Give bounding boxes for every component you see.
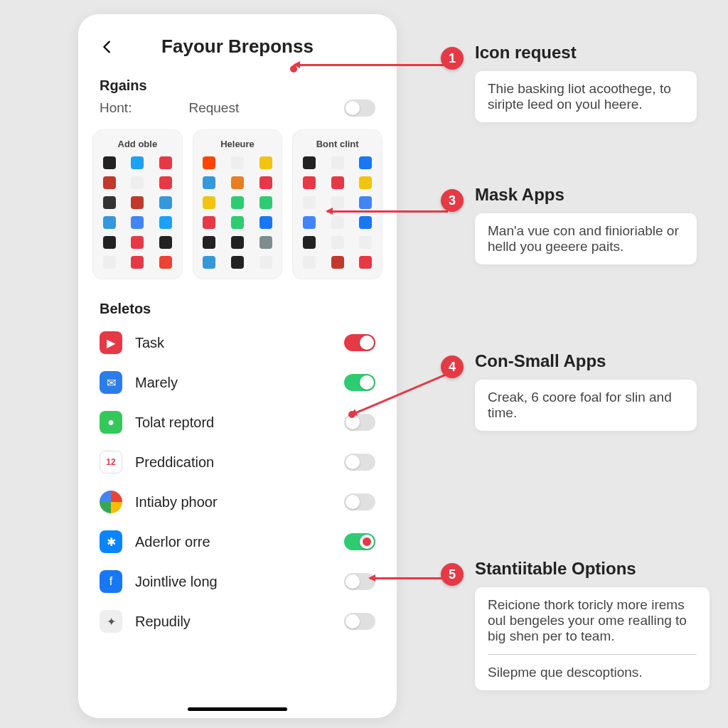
app-mini-icon bbox=[159, 176, 172, 189]
app-mini-icon bbox=[159, 156, 172, 169]
app-mini-icon bbox=[259, 236, 272, 249]
app-mini-icon bbox=[359, 196, 372, 209]
app-mini-icon bbox=[131, 216, 144, 229]
app-mini-icon bbox=[203, 156, 215, 169]
app-mini-icon bbox=[131, 256, 144, 269]
app-label: Preddication bbox=[135, 454, 331, 471]
app-mini-icon bbox=[231, 236, 244, 249]
app-label: Marely bbox=[135, 375, 331, 391]
app-mini-icon bbox=[303, 256, 316, 269]
annotation-1: 1 Icon request Thie basking liot acoothe… bbox=[441, 43, 697, 122]
app-mini-icon bbox=[131, 156, 144, 169]
annotation-4: 4 Con-Small Apps Creak, 6 coore foal for… bbox=[441, 351, 697, 431]
app-mini-icon bbox=[331, 216, 344, 229]
app-mini-icon bbox=[103, 256, 116, 269]
app-row-repudily: ✦ Repudily bbox=[78, 601, 397, 641]
calendar-icon: 12 bbox=[100, 451, 122, 473]
app-mini-icon bbox=[103, 236, 116, 249]
grid-card-title: Bont clint bbox=[299, 139, 376, 149]
annotation-badge: 4 bbox=[441, 355, 464, 378]
annotation-body-5: Reicione thork toricly more irems oul be… bbox=[475, 587, 710, 690]
annotation-title: Stantiitable Options bbox=[475, 559, 711, 579]
messages-icon: ● bbox=[100, 411, 122, 434]
app-mini-icon bbox=[231, 196, 244, 209]
app-mini-icon bbox=[231, 176, 244, 189]
app-mini-icon bbox=[203, 236, 215, 249]
app-row-marely: ✉ Marely bbox=[78, 363, 397, 402]
app-mini-icon bbox=[159, 236, 172, 249]
icon-grid bbox=[199, 156, 277, 269]
phone-frame: Fayour Breponss Rgains Hont: Request Add… bbox=[78, 14, 397, 718]
app-mini-icon bbox=[231, 216, 244, 229]
annotation-title: Icon request bbox=[475, 43, 697, 63]
app-mini-icon bbox=[331, 196, 344, 209]
app-row-intiaby: Intiaby phoor bbox=[78, 482, 397, 522]
app-mini-icon bbox=[359, 216, 372, 229]
grid-card-2[interactable]: Heleure bbox=[193, 129, 283, 279]
marely-toggle[interactable] bbox=[344, 374, 375, 391]
app-mini-icon bbox=[303, 216, 316, 229]
app-mini-icon bbox=[131, 236, 144, 249]
grid-card-1[interactable]: Add oble bbox=[92, 129, 183, 279]
aderlor-toggle[interactable] bbox=[344, 533, 375, 550]
tab-request[interactable]: Request bbox=[188, 100, 239, 116]
app-mini-icon bbox=[303, 156, 316, 169]
app-row-aderlor: ✱ Aderlor orre bbox=[78, 522, 397, 562]
section-label-beletos: Beletos bbox=[78, 294, 397, 323]
annotation-footer: Silepme que descoptions. bbox=[488, 665, 643, 680]
app-mini-icon bbox=[159, 256, 172, 269]
app-mini-icon bbox=[303, 176, 316, 189]
generic-app-icon: ✦ bbox=[100, 610, 122, 633]
app-mini-icon bbox=[103, 176, 116, 189]
intiaby-toggle[interactable] bbox=[344, 493, 375, 510]
tab-hont[interactable]: Hont: bbox=[100, 100, 132, 116]
annotation-arrow-3 bbox=[327, 210, 448, 213]
app-row-jointlive: f Jointlive long bbox=[78, 562, 397, 601]
app-label: Tolat reptord bbox=[135, 414, 331, 431]
facebook-icon: f bbox=[100, 570, 122, 593]
app-mini-icon bbox=[203, 256, 215, 269]
app-mini-icon bbox=[103, 196, 116, 209]
app-row-tolat: ● Tolat reptord bbox=[78, 402, 397, 442]
annotation-dot-4 bbox=[348, 411, 355, 418]
icon-grid bbox=[99, 156, 176, 269]
grid-card-title: Add oble bbox=[99, 139, 176, 149]
app-mini-icon bbox=[259, 196, 272, 209]
icon-grids: Add oble bbox=[78, 124, 397, 294]
app-mini-icon bbox=[331, 156, 344, 169]
app-mini-icon bbox=[303, 196, 316, 209]
app-mini-icon bbox=[203, 216, 215, 229]
grid-card-3[interactable]: Bont clint bbox=[292, 129, 382, 279]
request-row: Hont: Request bbox=[78, 100, 397, 124]
app-mini-icon bbox=[159, 196, 172, 209]
app-mini-icon bbox=[231, 256, 244, 269]
app-mini-icon bbox=[259, 216, 272, 229]
app-mini-icon bbox=[359, 156, 372, 169]
annotation-3: 3 Mask Apps Man'a vue con and finioriabl… bbox=[441, 185, 697, 264]
app-mini-icon bbox=[359, 256, 372, 269]
app-mini-icon bbox=[103, 216, 116, 229]
task-toggle[interactable] bbox=[344, 334, 375, 351]
annotation-body: Man'a vue con and finioriable or helld y… bbox=[475, 213, 697, 264]
annotation-body: Creak, 6 coore foal for slin and time. bbox=[475, 380, 697, 431]
mail-icon: ✉ bbox=[100, 371, 122, 394]
divider bbox=[488, 654, 697, 655]
annotation-arrow-1 bbox=[294, 64, 444, 66]
app-label: Intiaby phoor bbox=[135, 494, 331, 510]
annotation-body: Thie basking liot acoothege, to siripte … bbox=[475, 71, 697, 122]
predication-toggle[interactable] bbox=[344, 454, 375, 471]
annotation-body-text: Reicione thork toricly more irems oul be… bbox=[488, 597, 687, 643]
section-label-rgains: Rgains bbox=[78, 70, 397, 100]
app-mini-icon bbox=[259, 156, 272, 169]
app-label: Task bbox=[135, 335, 331, 351]
app-label: Repudily bbox=[135, 614, 331, 630]
request-toggle[interactable] bbox=[344, 100, 375, 117]
repudily-toggle[interactable] bbox=[344, 613, 375, 630]
app-mini-icon bbox=[131, 176, 144, 189]
app-mini-icon bbox=[359, 236, 372, 249]
app-mini-icon bbox=[359, 176, 372, 189]
annotation-badge: 3 bbox=[441, 189, 464, 212]
app-label: Jointlive long bbox=[135, 574, 331, 590]
app-mini-icon bbox=[331, 256, 344, 269]
annotation-title: Mask Apps bbox=[475, 185, 697, 205]
